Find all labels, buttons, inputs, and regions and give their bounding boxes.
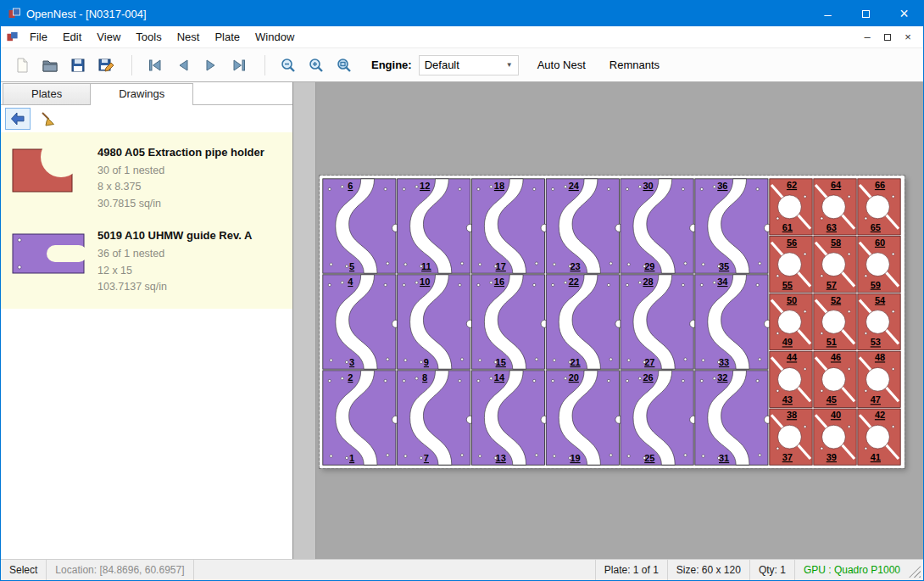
menu-item-view[interactable]: View [89, 27, 128, 47]
svg-text:50: 50 [787, 295, 797, 305]
mdi-restore-button[interactable] [877, 30, 898, 45]
save-button[interactable] [65, 53, 91, 78]
engine-value: Default [425, 59, 506, 71]
zoom-out-button[interactable] [276, 53, 301, 78]
svg-text:57: 57 [827, 280, 837, 290]
toolbar-separator [131, 55, 132, 75]
svg-text:51: 51 [827, 337, 837, 347]
last-page-button[interactable] [226, 53, 252, 78]
svg-text:29: 29 [644, 261, 654, 271]
drawing-area: 103.7137 sq/in [97, 279, 252, 295]
tab-plates[interactable]: Plates [3, 83, 91, 104]
panel-toolbar [1, 105, 292, 132]
svg-text:7: 7 [424, 453, 429, 463]
svg-text:26: 26 [643, 372, 653, 383]
main-toolbar: Engine: Default ▼ Auto Nest Remnants [1, 48, 923, 82]
save-floppy-icon [70, 57, 86, 74]
last-page-icon [231, 57, 248, 74]
status-qty: Qty: 1 [749, 560, 794, 580]
first-page-icon [147, 57, 164, 74]
zoom-in-button[interactable] [303, 53, 329, 78]
previous-button[interactable] [170, 53, 196, 78]
tab-drawings[interactable]: Drawings [90, 83, 193, 105]
svg-text:5: 5 [349, 261, 354, 271]
svg-text:46: 46 [831, 352, 841, 362]
canvas-area[interactable]: 6512111817242330293635431091615222128273… [293, 82, 923, 559]
svg-text:39: 39 [827, 452, 837, 462]
minimize-button[interactable]: – [809, 1, 847, 26]
svg-text:21: 21 [570, 357, 580, 367]
main-area: Plates Drawings [1, 82, 923, 559]
app-window: OpenNest - [N0317-004] – × File Edit Vie… [0, 0, 924, 581]
menu-item-edit[interactable]: Edit [55, 27, 89, 47]
red-part-thumbnail [9, 144, 91, 197]
drawing-size: 12 x 15 [97, 263, 252, 279]
broom-icon [39, 110, 56, 127]
status-spacer [194, 560, 595, 580]
drawing-title: 5019 A10 UHMW guide Rev. A [97, 229, 252, 242]
first-page-button[interactable] [142, 53, 168, 78]
svg-text:34: 34 [717, 277, 728, 287]
svg-text:23: 23 [570, 261, 580, 271]
drawing-info: 5019 A10 UHMW guide Rev. A 36 of 1 neste… [97, 227, 252, 295]
menu-item-file[interactable]: File [22, 27, 55, 47]
remnants-button[interactable]: Remnants [604, 54, 665, 75]
svg-text:56: 56 [787, 237, 797, 248]
resize-grip[interactable] [909, 566, 921, 578]
svg-text:54: 54 [875, 295, 886, 305]
svg-text:19: 19 [570, 453, 580, 463]
status-mode: Select [1, 560, 47, 580]
svg-text:2: 2 [348, 372, 353, 383]
svg-text:52: 52 [831, 295, 841, 305]
chevron-down-icon: ▼ [506, 61, 513, 69]
mdi-restore-icon [884, 34, 891, 41]
save-as-button[interactable] [93, 53, 119, 78]
menu-bar: File Edit View Tools Nest Plate Window –… [1, 26, 923, 48]
next-button[interactable] [198, 53, 224, 78]
menu-item-nest[interactable]: Nest [170, 27, 208, 47]
svg-text:49: 49 [782, 337, 793, 347]
svg-text:35: 35 [719, 261, 729, 271]
toolbar-separator [264, 55, 265, 75]
mdi-minimize-button[interactable]: – [857, 30, 877, 45]
zoom-fit-button[interactable] [331, 53, 357, 78]
auto-nest-button[interactable]: Auto Nest [532, 54, 591, 75]
plate-svg: 6512111817242330293635431091615222128273… [320, 176, 905, 468]
drawing-item-extraction-pipe-holder[interactable]: 4980 A05 Extraction pipe holder 30 of 1 … [1, 137, 292, 221]
svg-text:11: 11 [421, 261, 431, 271]
save-as-icon [97, 57, 114, 74]
app-icon [8, 7, 21, 20]
svg-text:36: 36 [717, 181, 727, 191]
svg-text:59: 59 [871, 280, 881, 290]
drawing-info: 4980 A05 Extraction pipe holder 30 of 1 … [97, 144, 264, 212]
svg-text:9: 9 [424, 357, 429, 367]
canvas-margin-strip [293, 82, 316, 559]
menu-item-tools[interactable]: Tools [128, 27, 169, 47]
back-arrow-icon [9, 110, 26, 127]
maximize-button[interactable] [847, 1, 885, 26]
open-button[interactable] [37, 53, 63, 78]
plate[interactable]: 6512111817242330293635431091615222128273… [320, 176, 905, 468]
svg-text:4: 4 [348, 277, 353, 287]
window-controls: – × [809, 1, 923, 26]
drawing-item-uhmw-guide[interactable]: 5019 A10 UHMW guide Rev. A 36 of 1 neste… [1, 221, 292, 304]
open-folder-icon [42, 57, 58, 74]
svg-text:32: 32 [717, 372, 727, 383]
svg-text:47: 47 [871, 394, 881, 405]
menu-item-window[interactable]: Window [248, 27, 302, 47]
new-button[interactable] [9, 53, 35, 78]
back-arrow-button[interactable] [5, 108, 31, 130]
close-button[interactable]: × [885, 1, 923, 26]
engine-select[interactable]: Default ▼ [419, 55, 519, 75]
clear-button[interactable] [35, 108, 60, 130]
status-size: Size: 60 x 120 [667, 560, 749, 580]
mdi-close-button[interactable]: × [898, 30, 918, 45]
menu-item-plate[interactable]: Plate [207, 27, 248, 47]
svg-text:43: 43 [782, 394, 793, 405]
title-bar: OpenNest - [N0317-004] – × [1, 1, 923, 26]
svg-text:40: 40 [831, 410, 841, 420]
purple-part-thumbnail [9, 227, 91, 280]
svg-text:53: 53 [871, 337, 881, 347]
svg-text:8: 8 [422, 372, 427, 383]
status-bar: Select Location: [84.8696, 60.6957] Plat… [1, 559, 923, 580]
